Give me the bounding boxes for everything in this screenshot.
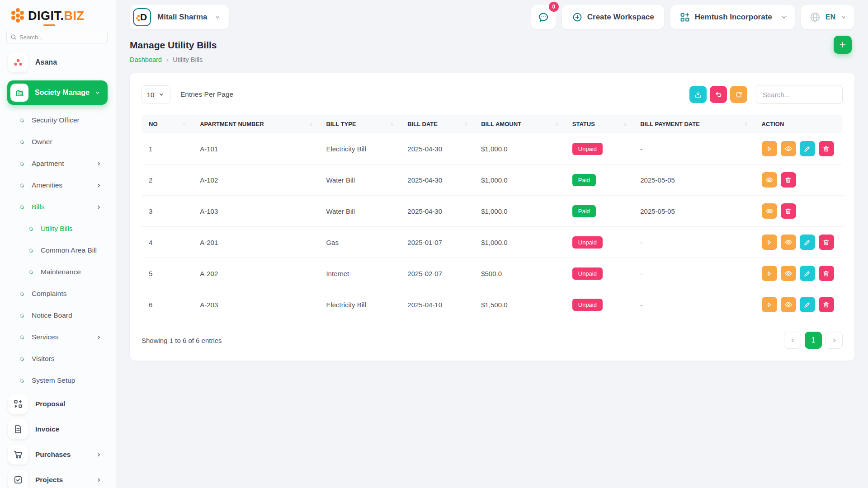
edit-icon: [803, 239, 811, 246]
status-badge: Unpaid: [572, 143, 603, 155]
entries-per-page-select[interactable]: 10: [142, 85, 170, 103]
pagination-next-button[interactable]: [826, 332, 843, 349]
sidebar-item-owner[interactable]: Owner: [0, 131, 116, 153]
add-bill-button[interactable]: [834, 36, 852, 54]
workspace-selector[interactable]: D Mitali Sharma: [130, 5, 229, 29]
sidebar-item-invoice[interactable]: Invoice: [0, 417, 116, 442]
cell-bill-type: Gas: [319, 227, 400, 258]
pay-button[interactable]: [762, 297, 777, 312]
delete-button[interactable]: [819, 235, 834, 250]
brand-name: DIGIT.BIZ: [28, 9, 85, 23]
column-header-status[interactable]: STATUS↑↓: [565, 115, 633, 133]
cell-bill-payment-date: 2025-05-05: [633, 164, 754, 196]
table-search-input[interactable]: [756, 85, 843, 104]
chat-icon: [538, 11, 549, 23]
download-button[interactable]: [689, 86, 707, 103]
table-body: 1A-101Electricity Bill2025-04-30$1,000.0…: [142, 133, 843, 320]
brand-logo[interactable]: DIGIT.BIZ: [0, 6, 116, 23]
view-icon: [784, 269, 793, 277]
sidebar-item-label: Notice Board: [32, 311, 102, 319]
sidebar-item-system-setup[interactable]: System Setup: [0, 370, 116, 391]
undo-icon: [714, 90, 722, 99]
cell-apartment-number: A-102: [193, 164, 319, 196]
view-button[interactable]: [781, 235, 796, 250]
refresh-button[interactable]: [730, 86, 747, 103]
cell-bill-date: 2025-04-30: [400, 164, 474, 196]
breadcrumb-separator-icon: ›: [166, 56, 168, 63]
column-header-no[interactable]: NO↑↓: [142, 115, 193, 133]
sidebar-item-label: Projects: [35, 476, 88, 484]
sidebar-item-apartment[interactable]: Apartment: [0, 153, 116, 174]
sidebar-item-asana[interactable]: Asana: [0, 43, 116, 75]
table-row: 4A-201Gas2025-01-07$1,000.0Unpaid-: [142, 227, 843, 258]
column-header-apartment-number[interactable]: APARTMENT NUMBER↑↓: [193, 115, 319, 133]
delete-button[interactable]: [819, 141, 834, 156]
table-row: 5A-202Internet2025-02-07$500.0Unpaid-: [142, 258, 843, 289]
sidebar-item-common-area-bill[interactable]: Common Area Bill: [0, 239, 116, 261]
delete-button[interactable]: [781, 203, 796, 219]
view-button[interactable]: [781, 141, 796, 156]
breadcrumb-dashboard-link[interactable]: Dashboard: [130, 56, 162, 63]
view-button[interactable]: [781, 297, 796, 312]
sidebar-item-bills[interactable]: Bills: [0, 196, 116, 218]
view-button[interactable]: [762, 172, 777, 188]
cell-action: [755, 289, 843, 320]
sidebar-item-complaints[interactable]: Complaints: [0, 283, 116, 305]
globe-icon: [809, 11, 821, 23]
sidebar-item-notice-board[interactable]: Notice Board: [0, 305, 116, 326]
table-row: 3A-103Water Bill2025-04-30$1,000.0Paid20…: [142, 196, 843, 227]
delete-button[interactable]: [781, 172, 796, 188]
sidebar-item-proposal[interactable]: Proposal: [0, 391, 116, 417]
sidebar-item-utility-bills[interactable]: Utility Bills: [0, 218, 116, 239]
invoice-icon: [8, 419, 28, 439]
language-selector[interactable]: EN: [801, 5, 854, 29]
sidebar-item-purchases[interactable]: Purchases: [0, 442, 116, 467]
company-selector[interactable]: Hemtush Incorporate: [670, 5, 795, 29]
pay-button[interactable]: [762, 266, 777, 281]
edit-button[interactable]: [800, 266, 815, 281]
sidebar-item-maintenance[interactable]: Maintenance: [0, 261, 116, 283]
view-icon: [765, 207, 774, 215]
bullet-icon: [19, 139, 25, 145]
trash-icon: [784, 207, 792, 215]
cell-apartment-number: A-103: [193, 196, 319, 227]
sidebar-item-security-officer[interactable]: Security Officer: [0, 109, 116, 131]
chevron-left-icon: [789, 337, 796, 344]
pay-button[interactable]: [762, 235, 777, 250]
sidebar-group-society-manage[interactable]: Society Manage: [7, 80, 108, 105]
column-header-bill-date[interactable]: BILL DATE↑↓: [400, 115, 474, 133]
sidebar-item-label: Owner: [32, 138, 102, 146]
create-workspace-button[interactable]: Create Workspace: [562, 5, 664, 29]
sidebar-item-visitors[interactable]: Visitors: [0, 348, 116, 370]
sidebar-item-label: Services: [32, 333, 95, 341]
cell-action: [755, 196, 843, 227]
sidebar-item-label: Visitors: [32, 355, 102, 363]
delete-button[interactable]: [819, 297, 834, 312]
pagination-prev-button[interactable]: [784, 332, 801, 349]
pay-button[interactable]: [762, 141, 777, 156]
column-header-bill-amount[interactable]: BILL AMOUNT↑↓: [474, 115, 565, 133]
pagination-page-1-button[interactable]: 1: [805, 332, 822, 349]
table-row: 6A-203Electricity Bill2025-04-10$1,500.0…: [142, 289, 843, 320]
edit-button[interactable]: [800, 141, 815, 156]
undo-button[interactable]: [710, 86, 727, 103]
sidebar-search-input[interactable]: [6, 31, 108, 43]
page-title: Manage Utility Bills: [130, 40, 852, 51]
sidebar-item-projects[interactable]: Projects: [0, 467, 116, 488]
chat-button[interactable]: 0: [531, 5, 556, 29]
table-controls: 10 Entries Per Page: [142, 85, 843, 104]
delete-button[interactable]: [819, 266, 834, 281]
edit-button[interactable]: [800, 297, 815, 312]
cell-bill-payment-date: -: [633, 133, 754, 164]
view-button[interactable]: [781, 266, 796, 281]
column-header-bill-type[interactable]: BILL TYPE↑↓: [319, 115, 400, 133]
view-button[interactable]: [762, 203, 777, 219]
sidebar: DIGIT.BIZ Asana Society Manage Security …: [0, 0, 116, 488]
sidebar-item-services[interactable]: Services: [0, 326, 116, 348]
app-root: DIGIT.BIZ Asana Society Manage Security …: [0, 0, 868, 488]
sidebar-item-amenities[interactable]: Amenities: [0, 174, 116, 196]
edit-button[interactable]: [800, 235, 815, 250]
chevron-right-icon: [95, 451, 102, 458]
cell-bill-date: 2025-04-30: [400, 196, 474, 227]
column-header-bill-payment-date[interactable]: BILL PAYMENT DATE↑↓: [633, 115, 754, 133]
